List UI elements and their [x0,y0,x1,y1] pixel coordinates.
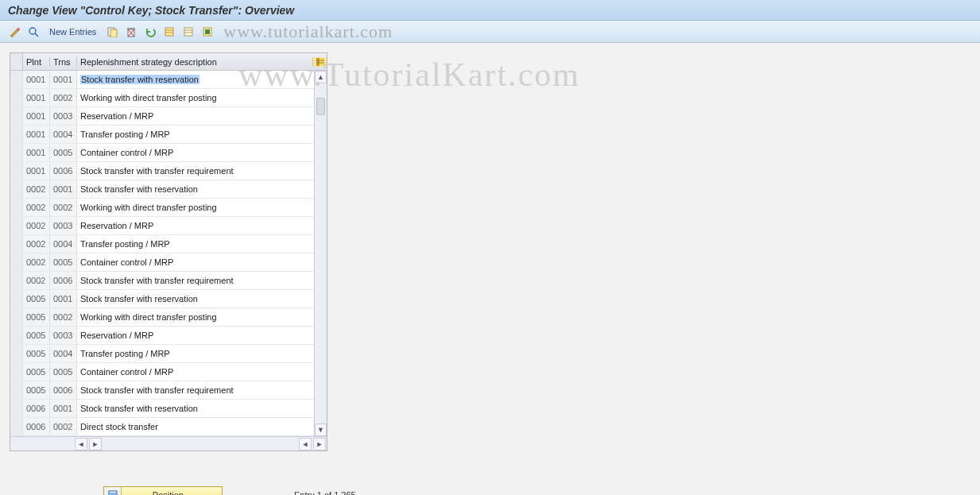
position-button[interactable]: Position... [103,486,223,495]
table-row[interactable]: 00020001Stock transfer with reservation [10,180,327,199]
cell-desc[interactable]: Stock transfer with reservation [77,290,327,307]
scroll-left-icon[interactable]: ◄ [75,438,87,451]
configure-icon[interactable] [199,24,215,40]
row-selector[interactable] [10,89,23,106]
deselect-all-icon[interactable] [180,24,196,40]
row-selector[interactable] [10,162,23,180]
table-row[interactable]: 00020004Transfer posting / MRP [10,235,327,253]
row-selector[interactable] [10,381,23,399]
cell-desc[interactable]: Container control / MRP [77,253,327,271]
table-row[interactable]: 00050002Working with direct transfer pos… [10,308,327,327]
scroll-thumb[interactable] [316,98,325,115]
cell-plnt: 0002 [23,272,50,289]
row-selector[interactable] [10,418,23,435]
scroll-up-icon[interactable]: ▲ [315,71,327,83]
table-row[interactable]: 00060001Stock transfer with reservation [10,400,327,418]
row-selector[interactable] [10,199,23,216]
row-selector[interactable] [10,400,23,417]
cell-trns: 0005 [50,253,77,271]
cell-desc[interactable]: Container control / MRP [77,363,327,381]
select-all-icon[interactable] [161,24,177,40]
table-row[interactable]: 00010001Stock transfer with reservation [10,71,327,89]
cell-desc[interactable]: Reservation / MRP [77,327,327,344]
col-header-trns[interactable]: Trns [50,57,77,67]
copy-icon[interactable] [104,24,120,40]
table-row[interactable]: 00010003Reservation / MRP [10,107,327,126]
cell-plnt: 0001 [23,144,50,161]
cell-desc[interactable]: Stock transfer with reservation [77,400,327,417]
row-selector[interactable] [10,327,23,344]
cell-trns: 0005 [50,363,77,381]
scroll-right-icon[interactable]: ► [89,438,102,451]
cell-desc[interactable]: Reservation / MRP [77,107,327,125]
cell-trns: 0004 [50,235,77,253]
table-settings-icon[interactable] [312,57,327,67]
table-row[interactable]: 00020002Working with direct transfer pos… [10,199,327,217]
table-row[interactable]: 00010005Container control / MRP [10,144,327,162]
undo-icon[interactable] [142,24,158,40]
cell-plnt: 0006 [23,400,50,417]
cell-trns: 0003 [50,107,77,125]
svg-rect-3 [110,29,117,37]
row-selector[interactable] [10,180,23,198]
table-row[interactable]: 00050001Stock transfer with reservation [10,290,327,308]
cell-desc[interactable]: Stock transfer with transfer requirement [77,162,327,180]
cell-desc[interactable]: Direct stock transfer [77,418,327,435]
cell-desc[interactable]: Working with direct transfer posting [77,308,327,326]
table-row[interactable]: 00050003Reservation / MRP [10,327,327,345]
svg-line-1 [35,33,38,37]
scroll-down-icon[interactable]: ▼ [315,423,327,436]
cell-desc[interactable]: Transfer posting / MRP [77,235,327,253]
row-selector[interactable] [10,345,23,362]
data-grid: Plnt Trns Replenishment strategy descrip… [10,52,327,451]
table-row[interactable]: 00050005Container control / MRP [10,363,327,381]
cell-trns: 0001 [50,71,77,88]
cell-desc[interactable]: Working with direct transfer posting [77,89,327,106]
vertical-scrollbar[interactable]: ▲ ▼ [314,71,327,436]
col-header-desc[interactable]: Replenishment strategy description [77,57,312,67]
table-row[interactable]: 00020005Container control / MRP [10,253,327,272]
details-icon[interactable] [25,24,41,40]
cell-plnt: 0001 [23,162,50,180]
row-selector[interactable] [10,144,23,161]
horizontal-scrollbar[interactable]: ◄ ► ◄ ► [10,436,327,451]
cell-trns: 0005 [50,144,77,161]
row-selector[interactable] [10,308,23,326]
col-selector[interactable] [10,53,23,70]
table-row[interactable]: 00010006Stock transfer with transfer req… [10,162,327,180]
table-row[interactable]: 00050004Transfer posting / MRP [10,345,327,363]
row-selector[interactable] [10,363,23,381]
cell-desc[interactable]: Stock transfer with transfer requirement [77,381,327,399]
row-selector[interactable] [10,290,23,307]
row-selector[interactable] [10,126,23,143]
table-row[interactable]: 00020003Reservation / MRP [10,217,327,235]
cell-desc[interactable]: Stock transfer with reservation [77,71,327,88]
cell-desc[interactable]: Transfer posting / MRP [77,126,327,143]
row-selector[interactable] [10,217,23,234]
table-row[interactable]: 00010002Working with direct transfer pos… [10,89,327,107]
cell-desc[interactable]: Transfer posting / MRP [77,345,327,362]
cell-desc[interactable]: Reservation / MRP [77,217,327,234]
row-selector[interactable] [10,107,23,125]
cell-plnt: 0001 [23,71,50,88]
table-row[interactable]: 00020006Stock transfer with transfer req… [10,272,327,290]
scroll-left2-icon[interactable]: ◄ [299,438,312,451]
cell-desc[interactable]: Stock transfer with transfer requirement [77,272,327,289]
row-selector[interactable] [10,235,23,253]
row-selector[interactable] [10,272,23,289]
change-mode-icon[interactable] [6,24,22,40]
row-selector[interactable] [10,253,23,271]
svg-rect-11 [184,28,192,36]
delete-icon[interactable] [123,24,139,40]
scroll-right2-icon[interactable]: ► [313,438,326,451]
new-entries-button[interactable]: New Entries [45,24,101,40]
table-row[interactable]: 00050006Stock transfer with transfer req… [10,381,327,400]
col-header-plnt[interactable]: Plnt [23,57,50,67]
cell-desc[interactable]: Working with direct transfer posting [77,199,327,216]
table-row[interactable]: 00010004Transfer posting / MRP [10,126,327,144]
cell-desc[interactable]: Container control / MRP [77,144,327,161]
cell-plnt: 0002 [23,253,50,271]
row-selector[interactable] [10,71,23,88]
table-row[interactable]: 00060002Direct stock transfer [10,418,327,436]
cell-desc[interactable]: Stock transfer with reservation [77,180,327,198]
